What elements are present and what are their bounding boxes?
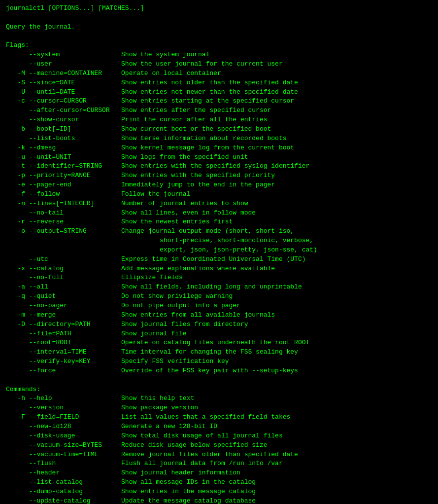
terminal-output: journalctl [OPTIONS...] [MATCHES...] Que… [6, 4, 432, 504]
